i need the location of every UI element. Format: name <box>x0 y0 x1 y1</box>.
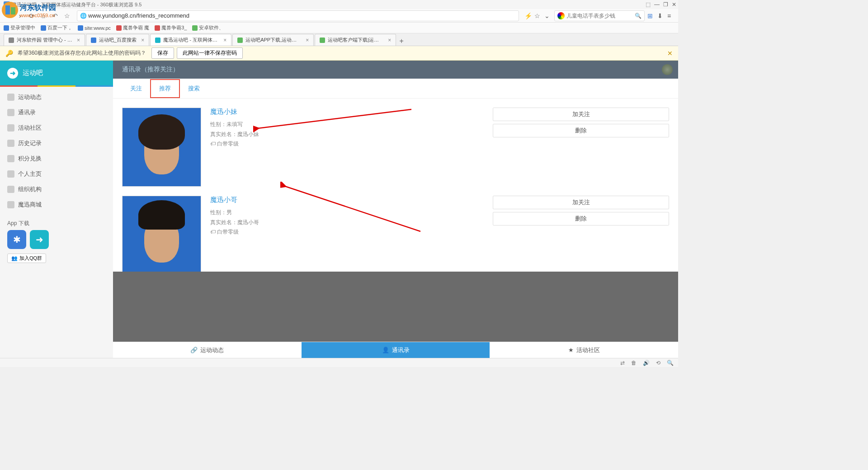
bookmark-item[interactable]: 魔兽争霸 魔 <box>116 24 149 31</box>
browser-tab[interactable]: 河东软件园 管理中心 - Powere× <box>4 34 85 46</box>
bookmark-item[interactable]: site:www.pc <box>78 25 111 31</box>
never-save-button[interactable]: 此网站一律不保存密码 <box>177 47 243 59</box>
tab-recommend[interactable]: 推荐 <box>150 79 180 98</box>
link-icon: 🔗 <box>190 347 198 353</box>
sidebar-item-community[interactable]: 活动社区 <box>0 120 113 136</box>
volume-icon[interactable]: 🔊 <box>643 360 650 366</box>
tab-close-icon[interactable]: × <box>223 37 226 43</box>
bookmarkbar: 登录管理中 百度一下， site:www.pc 魔兽争霸 魔 魔兽争霸3_ 安卓… <box>0 23 678 33</box>
sidebar-item-points[interactable]: 积分兑换 <box>0 151 113 166</box>
bm-icon <box>155 25 160 31</box>
footer-area <box>113 272 678 342</box>
app-download-icon-1[interactable]: ✱ <box>7 230 26 249</box>
win-max-icon[interactable]: ❐ <box>663 1 668 8</box>
follow-button[interactable]: 加关注 <box>493 196 669 209</box>
globe-icon: 🌐 <box>80 13 86 19</box>
save-password-button[interactable]: 保存 <box>151 47 174 59</box>
bottom-nav-community[interactable]: ★活动社区 <box>490 342 678 358</box>
flash-icon[interactable]: ⚡ <box>524 12 532 19</box>
trash-icon[interactable]: 🗑 <box>631 360 637 366</box>
svg-rect-2 <box>11 7 15 14</box>
bookmark-item[interactable]: 安卓软件、 <box>192 24 224 31</box>
tab-search[interactable]: 搜索 <box>180 80 208 97</box>
content-header: 通讯录（推荐关注） <box>113 61 678 79</box>
titlebar: 魔迅运动吧 - 互联网体感运动健身平台 - 360极速浏览器 9.5 ⬚ — ❐… <box>0 0 678 9</box>
dropdown-icon[interactable]: ⌄ <box>544 12 552 19</box>
star-icon: ★ <box>568 347 574 353</box>
history-icon <box>7 140 14 147</box>
win-pin-icon[interactable]: ⬚ <box>646 1 651 8</box>
browser-tab[interactable]: 魔迅运动吧 - 互联网体感运动健× <box>150 34 231 46</box>
friend-meta: 性别：男 真实姓名：魔迅小哥 🏷 白带零级 <box>210 208 484 237</box>
star2-icon[interactable]: ☆ <box>534 12 542 19</box>
bm-icon <box>4 25 9 31</box>
tabstrip: 河东软件园 管理中心 - Powere× 运动吧_百度搜索× 魔迅运动吧 - 互… <box>0 33 678 46</box>
content-tabs: 关注 推荐 搜索 <box>113 79 678 99</box>
qq-group-button[interactable]: 👥 加入QQ群 <box>7 254 46 263</box>
new-tab-button[interactable]: + <box>397 37 406 46</box>
sidebar-item-feed[interactable]: 运动动态 <box>0 89 113 105</box>
community-icon <box>7 124 14 132</box>
sidebar-item-shop[interactable]: 魔迅商城 <box>0 197 113 212</box>
sidebar-item-org[interactable]: 组织机构 <box>0 182 113 197</box>
search-input[interactable] <box>566 13 635 19</box>
grid-icon[interactable]: ⊞ <box>647 12 655 19</box>
url-input[interactable] <box>88 12 516 19</box>
friend-name-link[interactable]: 魔迅小哥 <box>210 196 484 204</box>
tab-close-icon[interactable]: × <box>388 37 391 43</box>
sidebar: ➜ 运动吧 运动动态 通讯录 活动社区 历史记录 积分兑换 个人主页 组织机构 … <box>0 61 113 358</box>
win-close-icon[interactable]: ✕ <box>672 1 676 8</box>
close-icon[interactable]: ✕ <box>667 50 673 57</box>
sidebar-item-history[interactable]: 历史记录 <box>0 136 113 151</box>
download-icon[interactable]: ⬇ <box>657 12 665 19</box>
qq-icon: 👥 <box>11 255 18 261</box>
svg-text:www.pc0359.cn: www.pc0359.cn <box>19 13 55 18</box>
shuffle-icon[interactable]: ⇄ <box>620 360 625 366</box>
zoom-icon[interactable]: 🔍 <box>667 360 674 366</box>
user-avatar[interactable] <box>662 64 673 75</box>
tab-close-icon[interactable]: × <box>306 37 309 43</box>
friend-avatar[interactable] <box>122 108 201 187</box>
menu-icon[interactable]: ≡ <box>667 12 675 19</box>
tab-favicon <box>9 38 14 43</box>
bookmark-item[interactable]: 魔兽争霸3_ <box>155 24 187 31</box>
browser-tab[interactable]: 运动吧APP下载,运动吧官方客户× <box>232 34 314 46</box>
search-icon[interactable]: 🔍 <box>635 13 642 19</box>
tab-close-icon[interactable]: × <box>141 37 144 43</box>
svg-rect-1 <box>5 5 10 14</box>
feed-icon <box>7 94 14 101</box>
person-icon: 👤 <box>382 347 389 353</box>
bookmark-item[interactable]: 百度一下， <box>41 24 72 31</box>
level-icon: 🏷 <box>210 229 217 235</box>
brand-logo-icon: ➜ <box>7 68 18 79</box>
points-icon <box>7 155 14 162</box>
bottom-nav-contacts[interactable]: 👤通讯录 <box>302 342 490 358</box>
follow-button[interactable]: 加关注 <box>493 108 669 121</box>
tab-close-icon[interactable]: × <box>77 37 80 43</box>
bookmark-item[interactable]: 登录管理中 <box>4 24 35 31</box>
tab-following[interactable]: 关注 <box>122 80 150 97</box>
tab-favicon <box>155 38 160 43</box>
bm-icon <box>116 25 122 31</box>
remove-button[interactable]: 删除 <box>493 212 669 226</box>
browser-tab[interactable]: 运动吧客户端下载|运动吧名师直× <box>315 34 396 46</box>
refresh-icon[interactable]: ⟲ <box>656 360 660 366</box>
win-min-icon[interactable]: — <box>654 1 660 8</box>
app-download-icon-2[interactable]: ➜ <box>30 230 49 249</box>
search-engine-icon <box>557 12 565 19</box>
bottom-nav-feed[interactable]: 🔗运动动态 <box>113 342 302 358</box>
app-download-label: App 下载 <box>0 215 113 230</box>
content: 通讯录（推荐关注） 关注 推荐 搜索 魔迅小妹 性别：未填写 <box>113 61 678 358</box>
sidebar-item-contacts[interactable]: 通讯录 <box>0 105 113 120</box>
bm-icon <box>41 25 46 31</box>
password-bar: 🔑 希望360极速浏览器保存您在此网站上使用的密码吗？ 保存 此网站一律不保存密… <box>0 46 678 61</box>
pwd-text: 希望360极速浏览器保存您在此网站上使用的密码吗？ <box>18 49 146 57</box>
sidebar-brand: ➜ 运动吧 <box>0 61 113 85</box>
searchbox[interactable]: 🔍 <box>554 10 645 21</box>
friend-name-link[interactable]: 魔迅小妹 <box>210 108 484 116</box>
browser-tab[interactable]: 运动吧_百度搜索× <box>86 34 149 46</box>
urlbar[interactable]: 🌐 <box>77 10 519 21</box>
remove-button[interactable]: 删除 <box>493 124 669 137</box>
sidebar-item-profile[interactable]: 个人主页 <box>0 166 113 182</box>
friend-avatar[interactable] <box>122 196 201 272</box>
